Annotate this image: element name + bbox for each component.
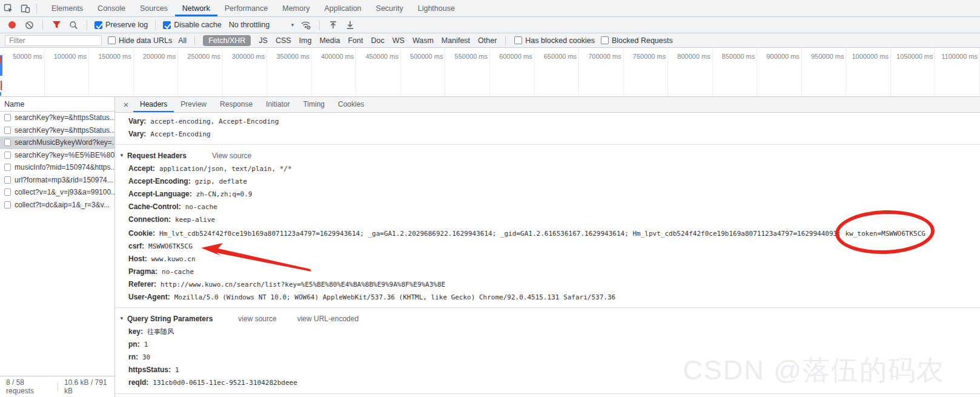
clear-button[interactable] [23, 19, 35, 31]
timeline-tick: 500000 ms [401, 48, 446, 96]
detail-tab[interactable]: Response [213, 97, 259, 112]
devtools-tabs: ElementsConsoleSourcesNetworkPerformance… [44, 0, 462, 16]
request-type-filter[interactable]: WS [392, 36, 405, 45]
request-detail-panel: × HeadersPreviewResponseInitiatorTimingC… [115, 97, 980, 397]
document-icon [4, 188, 11, 196]
has-blocked-cookies-checkbox[interactable]: Has blocked cookies [514, 36, 595, 45]
devtools-tab[interactable]: Elements [44, 0, 90, 16]
request-type-filter[interactable]: Wasm [412, 36, 434, 45]
request-type-filter[interactable]: CSS [276, 36, 291, 45]
triangle-down-icon: ▼ [119, 316, 124, 321]
disable-cache-label: Disable cache [174, 21, 222, 29]
divider [36, 4, 37, 13]
query-param-line: key: 往事随风 [115, 325, 980, 338]
import-har-icon[interactable] [327, 19, 339, 31]
request-type-filter[interactable]: Img [299, 36, 312, 45]
request-type-filter[interactable]: Manifest [442, 36, 470, 45]
document-icon [4, 152, 11, 159]
device-toolbar-icon[interactable] [17, 0, 34, 16]
query-params-section-header[interactable]: ▼ Query String Parameters view source vi… [115, 312, 980, 325]
document-icon [4, 201, 11, 209]
header-line: Vary: Accept-Encoding [115, 128, 980, 141]
hide-data-urls-checkbox[interactable]: Hide data URLs [108, 36, 172, 45]
view-source-link[interactable]: View source [212, 152, 251, 160]
timeline-tick: 700000 ms [579, 48, 624, 96]
request-type-filter[interactable]: Font [348, 36, 363, 45]
request-row[interactable]: searchMusicBykeyWord?key=... [0, 136, 114, 149]
filter-input[interactable] [5, 35, 102, 46]
network-conditions-icon[interactable] [300, 19, 312, 31]
request-type-filter[interactable]: Fetch/XHR [203, 35, 251, 46]
search-icon[interactable] [67, 19, 79, 31]
header-line: Accept: application/json, text/plain, */… [115, 162, 980, 175]
devtools-tab[interactable]: Sources [133, 0, 175, 16]
devtools-tab[interactable]: Performance [217, 0, 276, 16]
timeline-tick: 550000 ms [445, 48, 490, 96]
timeline-tick: 400000 ms [312, 48, 357, 96]
devtools-tab[interactable]: Lighthouse [411, 0, 462, 16]
header-line: Host: www.kuwo.cn [115, 253, 980, 265]
header-line: Accept-Encoding: gzip, deflate [115, 175, 980, 188]
request-headers-section-header[interactable]: ▼ Request Headers View source [115, 148, 980, 162]
request-row[interactable]: searchKey?key=%E5%BE%80... [0, 149, 114, 162]
timeline-tick: 850000 ms [713, 48, 758, 96]
checkbox-checked-icon [94, 21, 102, 29]
devtools-tab[interactable]: Console [90, 0, 133, 16]
view-url-encoded-link[interactable]: view URL-encoded [297, 315, 359, 323]
close-icon[interactable]: × [119, 97, 133, 112]
blocked-requests-checkbox[interactable]: Blocked Requests [601, 36, 673, 45]
request-headers-list: Host: www.kuwo.cn Pragma: no-cache Refer… [115, 253, 980, 304]
timeline-tick: 100000 ms [45, 48, 90, 96]
timeline-tick: 600000 ms [490, 48, 535, 96]
chevron-down-icon[interactable]: ▼ [290, 22, 295, 28]
detail-tab[interactable]: Headers [133, 97, 174, 112]
devtools-tab[interactable]: Security [369, 0, 411, 16]
detail-tab[interactable]: Timing [296, 97, 331, 112]
request-row[interactable]: searchKey?key=&httpsStatus... [0, 124, 114, 137]
request-type-filter[interactable]: JS [259, 36, 268, 45]
export-har-icon[interactable] [344, 19, 356, 31]
detail-tab[interactable]: Preview [174, 97, 213, 112]
header-line: Referer: http://www.kuwo.cn/search/list?… [115, 278, 980, 291]
header-line: User-Agent: Mozilla/5.0 (Windows NT 10.0… [115, 291, 980, 304]
request-type-filter[interactable]: Media [319, 36, 340, 45]
request-type-filter[interactable]: All [178, 36, 195, 45]
request-row[interactable]: musicInfo?mid=150974&https... [0, 161, 114, 174]
preserve-log-checkbox[interactable]: Preserve log [94, 21, 148, 29]
filter-bar: Hide data URLs AllFetch/XHRJSCSSImgMedia… [0, 33, 980, 48]
timeline-tick: 800000 ms [668, 48, 713, 96]
query-param-line: pn: 1 [115, 338, 980, 351]
request-type-filters: AllFetch/XHRJSCSSImgMediaFontDocWSWasmMa… [178, 35, 497, 46]
request-row[interactable]: collect?t=dc&aip=1&_r=3&v... [0, 199, 114, 212]
view-source-link[interactable]: view source [238, 315, 276, 323]
devtools-tab[interactable]: Memory [275, 0, 317, 16]
devtools-tab[interactable]: Network [175, 0, 217, 16]
request-row[interactable]: searchKey?key=&httpsStatus... [0, 112, 114, 124]
header-line: Accept-Language: zh-CN,zh;q=0.9 [115, 188, 980, 201]
detail-tabbar: × HeadersPreviewResponseInitiatorTimingC… [115, 97, 980, 113]
detail-tab[interactable]: Initiator [259, 97, 296, 112]
requests-count: 8 / 58 requests [6, 378, 51, 395]
devtools-tab[interactable]: Application [317, 0, 368, 16]
throttling-select[interactable]: No throttling [229, 21, 270, 29]
triangle-down-icon: ▼ [119, 153, 124, 158]
checkbox-unchecked-icon [108, 36, 116, 44]
timeline-tick: 50000 ms [0, 48, 45, 96]
request-row[interactable]: collect?v=1&_v=j93&a=99100... [0, 186, 114, 199]
disable-cache-checkbox[interactable]: Disable cache [163, 21, 222, 29]
request-row[interactable]: url?format=mp3&rid=150974... [0, 174, 114, 187]
detail-tab[interactable]: Cookies [331, 97, 371, 112]
request-type-filter[interactable]: Other [478, 36, 497, 45]
name-column-header[interactable]: Name [0, 97, 114, 112]
timeline-tick: 450000 ms [356, 48, 401, 96]
header-line-csrf: csrf: MSWWO6TK5CG [115, 240, 980, 253]
request-type-filter[interactable]: Doc [371, 36, 385, 45]
inspect-element-icon[interactable] [0, 0, 17, 16]
timeline-overview[interactable]: 50000 ms100000 ms150000 ms200000 ms25000… [0, 48, 980, 97]
devtools-window: ElementsConsoleSourcesNetworkPerformance… [0, 0, 980, 397]
record-button[interactable] [6, 19, 18, 31]
response-headers-tail: Vary: accept-encoding, Accept-Encoding V… [115, 115, 980, 141]
query-param-line: httpsStatus: 1 [115, 364, 980, 376]
headers-content: Vary: accept-encoding, Accept-Encoding V… [115, 113, 980, 397]
filter-icon[interactable] [50, 19, 62, 31]
